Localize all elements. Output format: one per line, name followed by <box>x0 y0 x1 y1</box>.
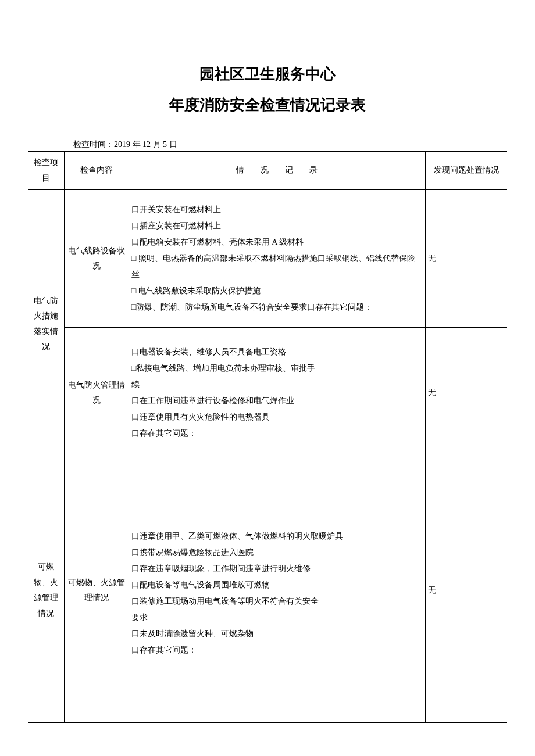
row3-content: 可燃物、火源管理情况 <box>64 458 129 723</box>
row2-record: 口电器设备安装、维修人员不具备电工资格 □私接电气线路、增加用电负荷未办理审核、… <box>129 328 425 458</box>
header-content: 检查内容 <box>64 152 129 190</box>
checkbox-item: 口插座安装在可燃材料上 <box>131 218 422 234</box>
checkbox-item: 续 <box>131 377 422 393</box>
header-category: 检查项目 <box>28 152 65 190</box>
checkbox-item: 口存在其它问题： <box>131 425 422 442</box>
header-record-c2: 况 <box>261 163 269 178</box>
table-header-row: 检查项目 检查内容 情 况 记 录 发现问题处置情况 <box>28 152 507 190</box>
checkbox-item: 口开关安装在可燃材料上 <box>131 202 422 218</box>
row1-action: 无 <box>426 190 507 328</box>
checkbox-item: 口违章使用具有火灾危险性的电热器具 <box>131 409 422 425</box>
page-title-1: 园社区卫生服务中心 <box>28 64 507 84</box>
checkbox-item: 口电器设备安装、维修人员不具备电工资格 <box>131 344 422 360</box>
row3-record: 口违章使用甲、乙类可燃液体、气体做燃料的明火取暖炉具 口携带易燃易爆危险物品进入… <box>129 458 425 723</box>
checkbox-item: 口配电箱安装在可燃材料、壳体未采用 A 级材料 <box>131 234 422 250</box>
checkbox-item: 口未及时清除遗留火种、可燃杂物 <box>131 626 422 642</box>
category-combustible: 可燃物、火源管理情况 <box>28 458 65 723</box>
checkbox-item: □防爆、防潮、防尘场所电气设备不符合安全要求口存在其它问题： <box>131 299 422 316</box>
checkbox-item: □ 电气线路敷设未采取防火保护措施 <box>131 283 422 299</box>
inspection-date-value: 2019 年 12 月 5 日 <box>114 140 177 149</box>
header-record-c4: 录 <box>309 163 318 178</box>
header-record-c3: 记 <box>285 163 293 178</box>
row1-content: 电气线路设备状况 <box>64 190 129 328</box>
checkbox-item: 口携带易燃易爆危险物品进入医院 <box>131 544 422 561</box>
row2-action: 无 <box>426 328 507 458</box>
table-row: 电气防火管理情况 口电器设备安装、维修人员不具备电工资格 □私接电气线路、增加用… <box>28 328 507 458</box>
inspection-date: 检查时间：2019 年 12 月 5 日 <box>73 139 507 150</box>
checkbox-item: □私接电气线路、增加用电负荷未办理审核、审批手 <box>131 360 422 377</box>
row3-action: 无 <box>426 458 507 723</box>
checkbox-item: 口存在其它问题： <box>131 642 422 658</box>
inspection-table: 检查项目 检查内容 情 况 记 录 发现问题处置情况 电气防火措施落实情况 电气… <box>28 151 507 723</box>
header-record-c1: 情 <box>236 163 244 178</box>
header-record: 情 况 记 录 <box>129 152 425 190</box>
inspection-date-label: 检查时间： <box>73 140 114 149</box>
page-title-2: 年度消防安全检查情况记录表 <box>28 95 507 115</box>
row2-content: 电气防火管理情况 <box>64 328 129 458</box>
header-action: 发现问题处置情况 <box>426 152 507 190</box>
checkbox-item: 口装修施工现场动用电气设备等明火不符合有关安全 <box>131 593 422 610</box>
checkbox-item: 口配电设备等电气设备周围堆放可燃物 <box>131 577 422 593</box>
category-electrical: 电气防火措施落实情况 <box>28 190 65 458</box>
checkbox-item: □ 照明、电热器备的高温部未采取不燃材料隔热措施口采取铜线、铝线代替保险丝 <box>131 250 422 283</box>
checkbox-item: 口存在违章吸烟现象，工作期间违章进行明火维修 <box>131 561 422 577</box>
checkbox-item: 口违章使用甲、乙类可燃液体、气体做燃料的明火取暖炉具 <box>131 528 422 544</box>
checkbox-item: 口在工作期间违章进行设备检修和电气焊作业 <box>131 393 422 409</box>
row1-record: 口开关安装在可燃材料上 口插座安装在可燃材料上 口配电箱安装在可燃材料、壳体未采… <box>129 190 425 328</box>
table-row: 可燃物、火源管理情况 可燃物、火源管理情况 口违章使用甲、乙类可燃液体、气体做燃… <box>28 458 507 723</box>
table-row: 电气防火措施落实情况 电气线路设备状况 口开关安装在可燃材料上 口插座安装在可燃… <box>28 190 507 328</box>
checkbox-item: 要求 <box>131 610 422 626</box>
